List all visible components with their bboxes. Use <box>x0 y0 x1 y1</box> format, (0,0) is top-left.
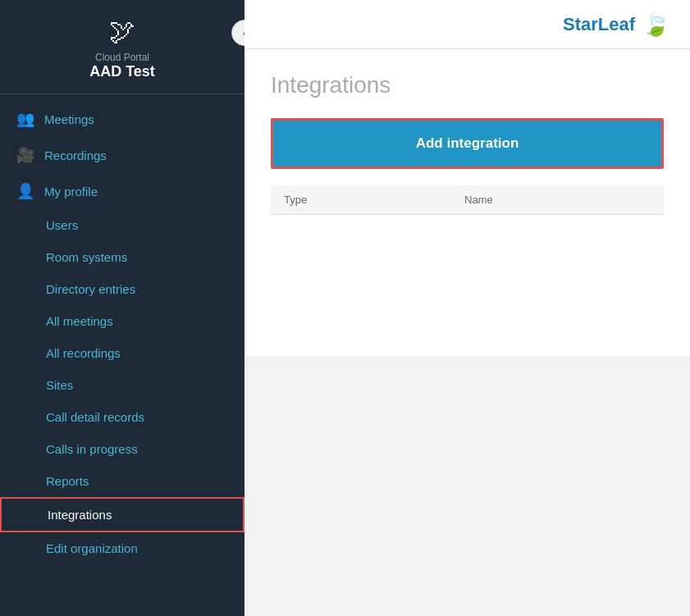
integrations-table-body <box>271 215 664 264</box>
starleaf-bird-icon: 🕊 <box>109 16 135 47</box>
meetings-icon: 👥 <box>16 110 34 128</box>
integrations-table-header: Type Name <box>271 185 664 215</box>
page-title: Integrations <box>271 72 664 98</box>
sidebar-item-reports[interactable]: Reports <box>0 465 244 497</box>
org-name: AAD Test <box>89 63 155 80</box>
starleaf-leaf-icon: 🍃 <box>642 11 670 38</box>
sidebar-item-call-detail-records[interactable]: Call detail records <box>0 401 244 433</box>
sidebar-header: 🕊 Cloud Portal AAD Test <box>0 0 244 94</box>
sidebar-item-my-profile[interactable]: 👤 My profile <box>0 173 244 209</box>
main-content: StarLeaf 🍃 Integrations Add integration … <box>244 0 690 616</box>
sidebar-item-sites[interactable]: Sites <box>0 369 244 401</box>
sidebar-item-all-recordings[interactable]: All recordings <box>0 337 244 369</box>
recordings-icon: 🎥 <box>16 146 34 164</box>
content-lower <box>244 356 690 617</box>
sidebar-item-users[interactable]: Users <box>0 209 244 241</box>
add-integration-button[interactable]: Add integration <box>271 118 664 169</box>
sidebar-item-room-systems[interactable]: Room systems <box>0 241 244 273</box>
sidebar-item-recordings[interactable]: 🎥 Recordings <box>0 137 244 173</box>
cloud-portal-label: Cloud Portal <box>95 52 149 63</box>
sidebar-item-calls-in-progress[interactable]: Calls in progress <box>0 433 244 465</box>
starleaf-brand-name: StarLeaf <box>563 14 635 35</box>
sidebar-item-meetings[interactable]: 👥 Meetings <box>0 101 244 137</box>
sidebar-item-edit-organization[interactable]: Edit organization <box>0 532 244 564</box>
top-bar: StarLeaf 🍃 <box>244 0 690 49</box>
sidebar-item-directory-entries[interactable]: Directory entries <box>0 273 244 305</box>
table-col-type-header: Type <box>284 194 464 206</box>
content-area: Integrations Add integration Type Name <box>244 49 690 356</box>
starleaf-brand: StarLeaf 🍃 <box>563 11 670 38</box>
sidebar-item-all-meetings[interactable]: All meetings <box>0 305 244 337</box>
sidebar-nav: 👥 Meetings 🎥 Recordings 👤 My profile Use… <box>0 94 244 616</box>
sidebar: 🕊 Cloud Portal AAD Test 👥 Meetings 🎥 Rec… <box>0 0 244 616</box>
table-col-name-header: Name <box>464 194 651 206</box>
sidebar-item-integrations[interactable]: Integrations <box>0 497 244 532</box>
my-profile-icon: 👤 <box>16 182 34 200</box>
